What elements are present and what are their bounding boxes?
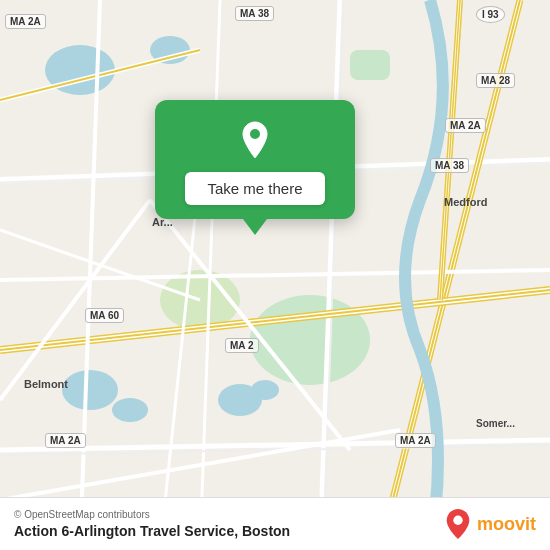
- label-ma60: MA 60: [85, 308, 124, 323]
- svg-point-6: [251, 380, 279, 400]
- bottom-left: © OpenStreetMap contributors Action 6-Ar…: [14, 509, 290, 539]
- label-ma38-t: MA 38: [235, 6, 274, 21]
- moovit-pin-icon: [444, 508, 472, 540]
- svg-point-4: [112, 398, 148, 422]
- label-ma2a-mid: MA 2A: [445, 118, 486, 133]
- moovit-logo[interactable]: moovit: [444, 508, 536, 540]
- label-ma2: MA 2: [225, 338, 259, 353]
- svg-point-36: [453, 516, 462, 525]
- svg-point-3: [62, 370, 118, 410]
- label-i93: I 93: [476, 6, 505, 23]
- map-container: MA 2A MA 38 I 93 US 3 MA 2A MA 28 MA 38 …: [0, 0, 550, 550]
- svg-rect-9: [350, 50, 390, 80]
- label-ma2a-bot: MA 2A: [45, 433, 86, 448]
- label-ma2a-tl: MA 2A: [5, 14, 46, 29]
- location-title: Action 6-Arlington Travel Service, Bosto…: [14, 523, 290, 539]
- label-ma38-mid: MA 38: [430, 158, 469, 173]
- copyright-text: © OpenStreetMap contributors: [14, 509, 290, 520]
- moovit-text: moovit: [477, 514, 536, 535]
- label-ma2a-br: MA 2A: [395, 433, 436, 448]
- label-ma28: MA 28: [476, 73, 515, 88]
- svg-point-35: [250, 129, 260, 139]
- take-me-there-button[interactable]: Take me there: [185, 172, 324, 205]
- location-pin-icon: [233, 118, 277, 162]
- map-svg: [0, 0, 550, 550]
- label-somer: Somer...: [476, 418, 515, 429]
- bottom-bar: © OpenStreetMap contributors Action 6-Ar…: [0, 497, 550, 550]
- label-belmont: Belmont: [24, 378, 68, 390]
- popup-card: Take me there: [155, 100, 355, 219]
- label-medford: Medford: [444, 196, 487, 208]
